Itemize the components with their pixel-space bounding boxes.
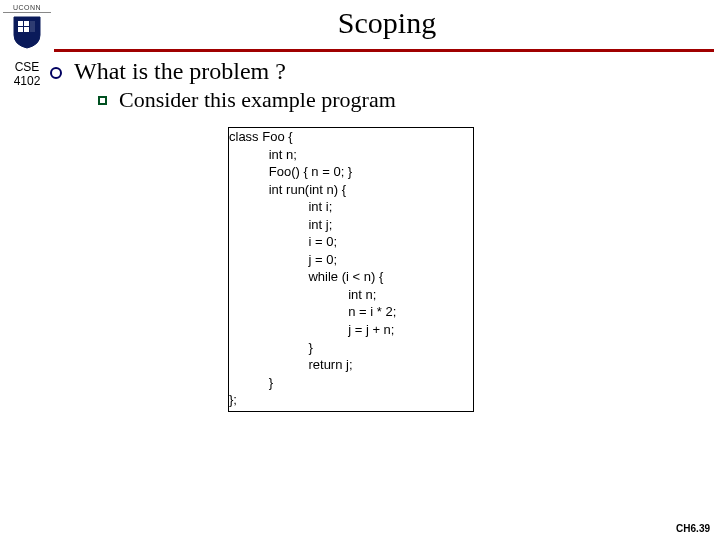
slide-title: Scoping [54, 4, 720, 44]
content: What is the problem ? Consider this exam… [54, 58, 720, 412]
svg-rect-2 [18, 27, 23, 32]
bullet-text: What is the problem ? [74, 58, 286, 85]
bullet-level1: What is the problem ? [54, 58, 720, 85]
course-number: 4102 [0, 74, 54, 88]
course-label: CSE 4102 [0, 58, 54, 412]
title-area: Scoping [54, 4, 720, 44]
code-box: class Foo { int n; Foo() { n = 0; } int … [228, 127, 474, 412]
logo-area: UCONN [0, 4, 54, 49]
logo-label: UCONN [3, 4, 51, 13]
sub-bullet-text: Consider this example program [119, 87, 396, 113]
circle-bullet-icon [50, 67, 62, 79]
svg-rect-3 [24, 27, 29, 32]
course-code: CSE [0, 60, 54, 74]
svg-rect-1 [24, 21, 29, 26]
slide-footer: CH6.39 [676, 523, 710, 534]
svg-rect-4 [30, 21, 35, 32]
bullet-level2: Consider this example program [54, 87, 720, 113]
body: CSE 4102 What is the problem ? Consider … [0, 52, 720, 412]
header: UCONN Scoping [0, 0, 720, 49]
square-bullet-icon [98, 96, 107, 105]
svg-rect-0 [18, 21, 23, 26]
shield-icon [12, 15, 42, 49]
